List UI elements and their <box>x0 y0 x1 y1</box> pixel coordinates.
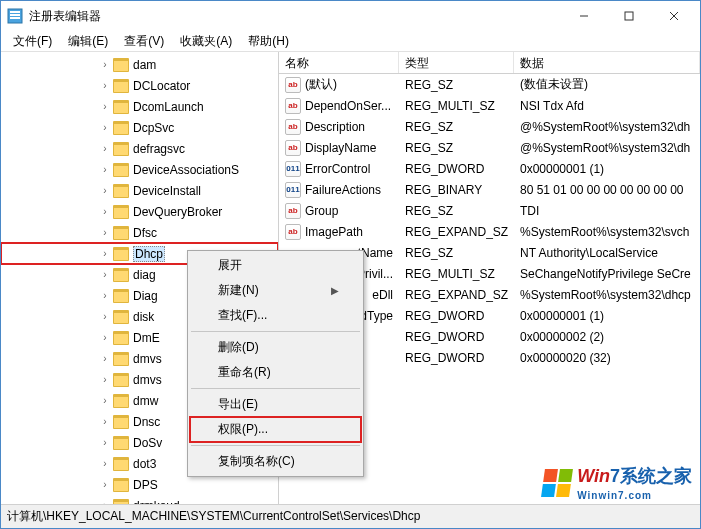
ctx-label: 删除(D) <box>218 339 259 356</box>
expander-icon[interactable]: › <box>99 500 111 504</box>
menu-help[interactable]: 帮助(H) <box>240 31 297 52</box>
ctx-权限p[interactable]: 权限(P)... <box>190 417 361 442</box>
close-button[interactable] <box>651 2 696 31</box>
string-icon: ab <box>285 98 301 114</box>
value-name: Description <box>305 120 365 134</box>
tree-item-defragsvc[interactable]: ›defragsvc <box>1 138 278 159</box>
tree-item-dcomlaunch[interactable]: ›DcomLaunch <box>1 96 278 117</box>
menu-favorites[interactable]: 收藏夹(A) <box>172 31 240 52</box>
value-type: REG_MULTI_SZ <box>399 267 514 281</box>
expander-icon[interactable]: › <box>99 80 111 91</box>
tree-item-devquerybroker[interactable]: ›DevQueryBroker <box>1 201 278 222</box>
expander-icon[interactable]: › <box>99 206 111 217</box>
list-row[interactable]: abDependOnSer...REG_MULTI_SZNSI Tdx Afd <box>279 95 700 116</box>
list-row[interactable]: abDisplayNameREG_SZ@%SystemRoot%\system3… <box>279 137 700 158</box>
window-title: 注册表编辑器 <box>29 8 561 25</box>
expander-icon[interactable]: › <box>99 227 111 238</box>
ctx-展开[interactable]: 展开 <box>190 253 361 278</box>
list-row[interactable]: ab(默认)REG_SZ(数值未设置) <box>279 74 700 95</box>
submenu-arrow-icon: ▶ <box>331 285 339 296</box>
ctx-查找f[interactable]: 查找(F)... <box>190 303 361 328</box>
expander-icon[interactable]: › <box>99 122 111 133</box>
expander-icon[interactable]: › <box>99 437 111 448</box>
folder-icon <box>113 373 129 387</box>
tree-item-deviceassociations[interactable]: ›DeviceAssociationS <box>1 159 278 180</box>
expander-icon[interactable]: › <box>99 290 111 301</box>
value-data: @%SystemRoot%\system32\dh <box>514 120 700 134</box>
col-type[interactable]: 类型 <box>399 52 514 73</box>
folder-icon <box>113 289 129 303</box>
value-name: eDll <box>372 288 393 302</box>
ctx-label: 查找(F)... <box>218 307 267 324</box>
folder-icon <box>113 394 129 408</box>
folder-icon <box>113 121 129 135</box>
menu-file[interactable]: 文件(F) <box>5 31 60 52</box>
value-data: 0x00000001 (1) <box>514 162 700 176</box>
folder-icon <box>113 247 129 261</box>
folder-icon <box>113 205 129 219</box>
list-row[interactable]: abGroupREG_SZTDI <box>279 200 700 221</box>
ctx-删除d[interactable]: 删除(D) <box>190 335 361 360</box>
ctx-新建n[interactable]: 新建(N)▶ <box>190 278 361 303</box>
folder-icon <box>113 331 129 345</box>
col-data[interactable]: 数据 <box>514 52 700 73</box>
value-type: REG_DWORD <box>399 330 514 344</box>
folder-icon <box>113 310 129 324</box>
expander-icon[interactable]: › <box>99 101 111 112</box>
ctx-导出e[interactable]: 导出(E) <box>190 392 361 417</box>
expander-icon[interactable]: › <box>99 164 111 175</box>
tree-item-dam[interactable]: ›dam <box>1 54 278 75</box>
expander-icon[interactable]: › <box>99 332 111 343</box>
value-type: REG_SZ <box>399 78 514 92</box>
list-row[interactable]: abImagePathREG_EXPAND_SZ%SystemRoot%\sys… <box>279 221 700 242</box>
expander-icon[interactable]: › <box>99 185 111 196</box>
value-type: REG_DWORD <box>399 162 514 176</box>
col-name[interactable]: 名称 <box>279 52 399 73</box>
menu-edit[interactable]: 编辑(E) <box>60 31 116 52</box>
folder-icon <box>113 100 129 114</box>
list-row[interactable]: 011FailureActionsREG_BINARY80 51 01 00 0… <box>279 179 700 200</box>
expander-icon[interactable]: › <box>99 353 111 364</box>
tree-item-dps[interactable]: ›DPS <box>1 474 278 495</box>
tree-item-drmkaud[interactable]: ›drmkaud <box>1 495 278 504</box>
expander-icon[interactable]: › <box>99 395 111 406</box>
tree-item-label: Dhcp <box>133 246 165 262</box>
folder-icon <box>113 499 129 505</box>
ctx-重命名r[interactable]: 重命名(R) <box>190 360 361 385</box>
minimize-button[interactable] <box>561 2 606 31</box>
tree-item-dfsc[interactable]: ›Dfsc <box>1 222 278 243</box>
tree-item-label: Dnsc <box>133 415 160 429</box>
folder-icon <box>113 436 129 450</box>
expander-icon[interactable]: › <box>99 416 111 427</box>
context-menu: 展开新建(N)▶查找(F)...删除(D)重命名(R)导出(E)权限(P)...… <box>187 250 364 477</box>
expander-icon[interactable]: › <box>99 248 111 259</box>
tree-item-label: DoSv <box>133 436 162 450</box>
expander-icon[interactable]: › <box>99 59 111 70</box>
folder-icon <box>113 226 129 240</box>
expander-icon[interactable]: › <box>99 311 111 322</box>
expander-icon[interactable]: › <box>99 479 111 490</box>
list-row[interactable]: abDescriptionREG_SZ@%SystemRoot%\system3… <box>279 116 700 137</box>
menu-bar: 文件(F) 编辑(E) 查看(V) 收藏夹(A) 帮助(H) <box>1 31 700 52</box>
tree-item-deviceinstall[interactable]: ›DeviceInstall <box>1 180 278 201</box>
value-data: 80 51 01 00 00 00 00 00 00 00 <box>514 183 700 197</box>
tree-item-label: dam <box>133 58 156 72</box>
expander-icon[interactable]: › <box>99 143 111 154</box>
menu-separator <box>191 388 360 389</box>
expander-icon[interactable]: › <box>99 374 111 385</box>
value-type: REG_DWORD <box>399 309 514 323</box>
expander-icon[interactable]: › <box>99 269 111 280</box>
value-type: REG_SZ <box>399 204 514 218</box>
list-row[interactable]: 011ErrorControlREG_DWORD0x00000001 (1) <box>279 158 700 179</box>
expander-icon[interactable]: › <box>99 458 111 469</box>
tree-item-label: DCLocator <box>133 79 190 93</box>
menu-view[interactable]: 查看(V) <box>116 31 172 52</box>
ctx-复制项名称c[interactable]: 复制项名称(C) <box>190 449 361 474</box>
folder-icon <box>113 478 129 492</box>
tree-item-dcpsvc[interactable]: ›DcpSvc <box>1 117 278 138</box>
tree-item-dclocator[interactable]: ›DCLocator <box>1 75 278 96</box>
maximize-button[interactable] <box>606 2 651 31</box>
tree-item-label: DevQueryBroker <box>133 205 222 219</box>
string-icon: ab <box>285 77 301 93</box>
menu-separator <box>191 445 360 446</box>
